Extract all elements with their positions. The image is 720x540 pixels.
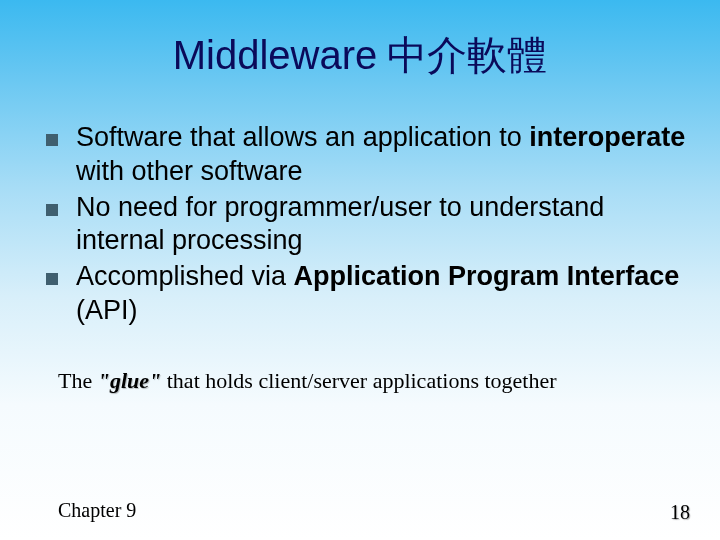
text-segment: The xyxy=(58,368,98,393)
list-item: Accomplished via Application Program Int… xyxy=(46,260,690,328)
list-item: Software that allows an application to i… xyxy=(46,121,690,189)
text-segment: Accomplished via xyxy=(76,261,294,291)
text-segment: Software that allows an application to xyxy=(76,122,529,152)
title-english: Middleware xyxy=(173,33,378,77)
text-segment: No need for programmer/user to understan… xyxy=(76,192,604,256)
bullet-text: Accomplished via Application Program Int… xyxy=(76,260,690,328)
text-bold: Application Program Interface xyxy=(294,261,680,291)
title-chinese: 中介軟體 xyxy=(387,33,547,78)
text-segment: with other software xyxy=(76,156,303,186)
bullet-list: Software that allows an application to i… xyxy=(0,121,720,328)
slide-title: Middleware 中介軟體 xyxy=(0,0,720,83)
bullet-text: Software that allows an application to i… xyxy=(76,121,690,189)
bullet-text: No need for programmer/user to understan… xyxy=(76,191,690,259)
glue-emphasis: "glue" xyxy=(98,368,162,393)
text-segment: that holds client/server applications to… xyxy=(161,368,556,393)
text-segment: (API) xyxy=(76,295,138,325)
text-bold: interoperate xyxy=(529,122,685,152)
list-item: No need for programmer/user to understan… xyxy=(46,191,690,259)
square-bullet-icon xyxy=(46,204,58,216)
square-bullet-icon xyxy=(46,134,58,146)
page-number: 18 xyxy=(670,501,690,524)
chapter-label: Chapter 9 xyxy=(58,499,136,522)
square-bullet-icon xyxy=(46,273,58,285)
tagline: The "glue" that holds client/server appl… xyxy=(0,368,720,394)
